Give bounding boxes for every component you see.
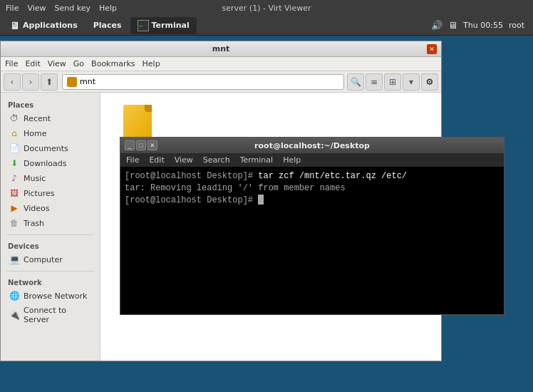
connect-server-icon: 🔌 (9, 310, 19, 320)
sidebar-home-label: Home (24, 129, 46, 138)
term-maximize-button[interactable]: □ (136, 140, 146, 150)
term-minimize-button[interactable]: _ (125, 140, 135, 150)
term-output-1: tar: Removing leading '/' from member na… (125, 183, 346, 193)
sidebar-downloads-label: Downloads (24, 159, 66, 168)
terminal-icon (138, 20, 149, 31)
menu-view[interactable]: View (27, 4, 46, 13)
fm-title: mnt (212, 44, 230, 53)
sidebar-item-browse-network[interactable]: 🌐 Browse Network (2, 289, 98, 303)
devices-section-label: Devices (1, 239, 100, 252)
fm-menu-file[interactable]: File (5, 59, 18, 68)
sidebar-item-downloads[interactable]: ⬇ Downloads (2, 156, 98, 170)
up-icon: ⬆ (46, 77, 53, 87)
user-label: root (509, 21, 524, 30)
term-menu-terminal[interactable]: Terminal (240, 155, 274, 165)
sidebar-item-home[interactable]: ⌂ Home (2, 126, 98, 140)
window-titlebar: File View Send key Help server (1) - Vir… (0, 0, 533, 16)
term-menu-file[interactable]: File (126, 155, 139, 165)
menu-sendkey[interactable]: Send key (55, 4, 90, 13)
term-line-2: tar: Removing leading '/' from member na… (125, 182, 500, 195)
applications-label: Applications (23, 21, 78, 30)
term-menu-help[interactable]: Help (283, 155, 301, 165)
list-view-button[interactable]: ≡ (366, 73, 383, 91)
sidebar-item-computer[interactable]: 💻 Computer (2, 252, 98, 267)
sidebar-trash-label: Trash (24, 219, 44, 228)
term-line-3: [root@localhost Desktop]# (125, 195, 500, 207)
fm-menu-bookmarks[interactable]: Bookmarks (91, 59, 135, 68)
places-menu[interactable]: Places (86, 17, 129, 34)
recent-icon: ⏱ (9, 113, 19, 123)
fm-toolbar: ‹ › ⬆ mnt 🔍 ≡ ⊞ ▾ ⚙ (1, 71, 441, 93)
search-icon: 🔍 (351, 77, 361, 87)
fm-menu-view[interactable]: View (48, 59, 66, 68)
sidebar-item-connect-server[interactable]: 🔌 Connect to Server (2, 304, 98, 326)
sidebar-music-label: Music (24, 174, 46, 183)
computer-icon: 💻 (9, 254, 19, 264)
menu-file[interactable]: File (6, 4, 19, 13)
fm-menu-edit[interactable]: Edit (25, 59, 40, 68)
term-prompt-2: [root@localhost Desktop]# (125, 195, 258, 205)
term-menu-edit[interactable]: Edit (149, 155, 164, 165)
term-close-button[interactable]: ✕ (148, 140, 157, 150)
sidebar-item-recent[interactable]: ⏱ Recent (2, 111, 98, 125)
terminal-label: Terminal (152, 21, 190, 30)
fm-menu-help[interactable]: Help (143, 59, 160, 68)
location-text: mnt (80, 77, 95, 86)
browse-network-icon: 🌐 (9, 291, 19, 301)
sidebar-item-pictures[interactable]: 🖼 Pictures (2, 186, 98, 200)
settings-button[interactable]: ⚙ (421, 73, 438, 91)
term-cursor (258, 195, 264, 205)
sidebar-recent-label: Recent (24, 114, 51, 123)
sidebar-divider-2 (6, 271, 94, 272)
folder-icon (67, 77, 77, 87)
sidebar-pictures-label: Pictures (24, 189, 55, 198)
menu-help[interactable]: Help (99, 4, 117, 13)
screen-icon: 🖥 (448, 20, 457, 31)
fm-titlebar: mnt ✕ (1, 41, 441, 57)
fm-menubar: File Edit View Go Bookmarks Help (1, 57, 441, 71)
sidebar-item-music[interactable]: ♪ Music (2, 171, 98, 185)
sidebar-item-videos[interactable]: ▶ Videos (2, 201, 98, 215)
file-icon (120, 104, 155, 138)
term-window-buttons-left: _ □ ✕ (125, 140, 157, 150)
places-label: Places (93, 21, 122, 30)
term-menubar: File Edit View Search Terminal Help (120, 153, 504, 167)
home-icon: ⌂ (9, 128, 19, 138)
sidebar-videos-label: Videos (24, 204, 50, 213)
sidebar-item-trash[interactable]: 🗑 Trash (2, 216, 98, 230)
up-button[interactable]: ⬆ (41, 73, 58, 91)
sidebar-documents-label: Documents (24, 144, 68, 153)
trash-icon: 🗑 (9, 218, 19, 228)
sound-icon[interactable]: 🔊 (431, 20, 443, 31)
fm-menu-go[interactable]: Go (73, 59, 84, 68)
term-cmd-1: tar zcf /mnt/etc.tar.qz /etc/ (258, 171, 407, 181)
applications-icon: 🖥 (10, 20, 20, 31)
terminal-taskbar[interactable]: Terminal (130, 17, 197, 34)
music-icon: ♪ (9, 173, 19, 183)
term-menu-search[interactable]: Search (203, 155, 230, 165)
videos-icon: ▶ (9, 203, 19, 213)
documents-icon: 📄 (9, 143, 19, 153)
downloads-icon: ⬇ (9, 158, 19, 168)
search-button[interactable]: 🔍 (347, 73, 364, 91)
sidebar-browse-network-label: Browse Network (24, 292, 87, 301)
location-bar[interactable]: mnt (62, 74, 344, 90)
fm-sidebar: Places ⏱ Recent ⌂ Home 📄 Documents ⬇ Dow… (1, 93, 100, 361)
applications-menu[interactable]: 🖥 Applications (3, 17, 85, 34)
clock: Thu 00:55 (463, 21, 503, 30)
sidebar-item-documents[interactable]: 📄 Documents (2, 141, 98, 155)
grid-view-button[interactable]: ⊞ (384, 73, 401, 91)
back-button[interactable]: ‹ (4, 73, 21, 91)
fm-close-button[interactable]: ✕ (427, 44, 437, 54)
term-line-1: [root@localhost Desktop]# tar zcf /mnt/e… (125, 170, 500, 182)
forward-button[interactable]: › (22, 73, 39, 91)
term-content[interactable]: [root@localhost Desktop]# tar zcf /mnt/e… (120, 167, 504, 314)
panel-right: 🔊 🖥 Thu 00:55 root (431, 20, 530, 31)
term-title: root@localhost:~/Desktop (254, 141, 370, 150)
term-titlebar: _ □ ✕ root@localhost:~/Desktop (120, 138, 504, 153)
view-options-button[interactable]: ▾ (403, 73, 420, 91)
window-title: server (1) - Virt Viewer (222, 4, 311, 13)
sidebar-computer-label: Computer (24, 255, 63, 264)
network-section-label: Network (1, 276, 100, 288)
term-menu-view[interactable]: View (175, 155, 193, 165)
